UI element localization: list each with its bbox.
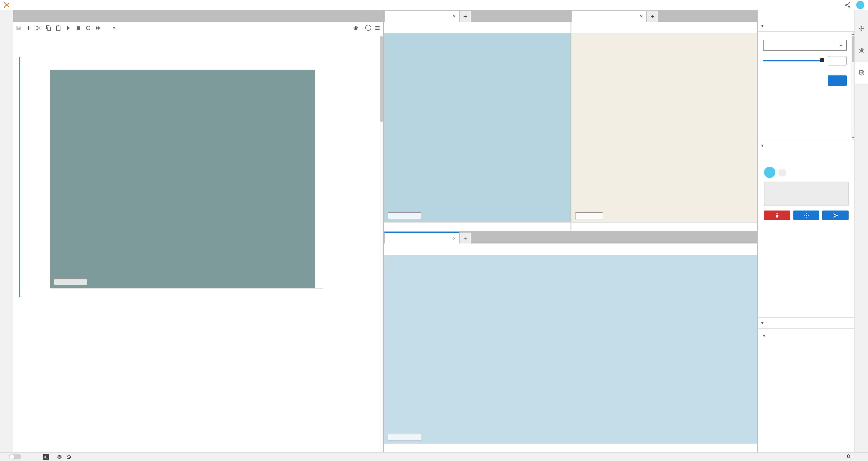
buildings-panel: × + bbox=[571, 10, 757, 231]
opacity-value[interactable] bbox=[828, 56, 847, 66]
run-all-icon[interactable] bbox=[95, 25, 101, 31]
gis-toolbar bbox=[571, 22, 757, 33]
right-sidebar: ▾ ▲ ▼ bbox=[757, 10, 855, 452]
feature-row[interactable]: ▾ bbox=[763, 333, 849, 338]
buildings-map[interactable] bbox=[571, 33, 757, 222]
notebook-scrollbar[interactable] bbox=[380, 34, 383, 452]
new-tab-button[interactable]: + bbox=[459, 10, 471, 22]
caret-down-icon: ▾ bbox=[761, 321, 764, 325]
submit-annotation-button[interactable] bbox=[823, 210, 848, 220]
terminal-icon: $_ bbox=[43, 454, 49, 460]
settings-gear-icon[interactable] bbox=[858, 25, 865, 32]
cell-output-map bbox=[19, 57, 338, 297]
output-prompt bbox=[24, 301, 43, 303]
bell-icon[interactable] bbox=[845, 454, 852, 460]
restart-kernel-icon[interactable] bbox=[85, 25, 91, 31]
gis-toolbar bbox=[384, 243, 757, 255]
user-avatar[interactable] bbox=[856, 1, 864, 9]
france-map-statusbar bbox=[50, 288, 323, 297]
qgis-icon bbox=[575, 13, 581, 20]
tab-geotiff[interactable]: × bbox=[384, 232, 459, 243]
debugger-bug-icon[interactable] bbox=[352, 25, 359, 31]
history-icon[interactable] bbox=[66, 454, 72, 460]
center-target-icon bbox=[804, 212, 809, 218]
send-icon bbox=[833, 212, 838, 218]
gis-toolbar bbox=[384, 22, 570, 33]
caret-down-icon: ▾ bbox=[761, 24, 764, 28]
notebook-panel: ▾ bbox=[13, 10, 383, 452]
notebook-content[interactable] bbox=[13, 34, 383, 452]
right-activity-bar bbox=[855, 10, 868, 452]
jgis-globe-icon bbox=[388, 235, 394, 241]
identify-header[interactable]: ▾ bbox=[758, 318, 855, 329]
objects-properties-header[interactable]: ▾ bbox=[758, 20, 855, 32]
close-tab-icon[interactable]: × bbox=[640, 13, 643, 20]
caret-down-icon: ▾ bbox=[761, 143, 764, 148]
earthquakes-map[interactable] bbox=[384, 33, 570, 222]
geotiff-map[interactable] bbox=[384, 255, 757, 443]
annotation-comment bbox=[764, 167, 848, 178]
share-icon[interactable] bbox=[844, 2, 851, 8]
map-scale-bar bbox=[388, 433, 421, 440]
comment-avatar bbox=[764, 167, 775, 178]
annotations-header[interactable]: ▾ bbox=[758, 140, 855, 151]
copy-icon[interactable] bbox=[45, 25, 52, 31]
cut-icon[interactable] bbox=[35, 25, 41, 31]
notebook-toolbar: ▾ bbox=[13, 22, 383, 34]
simple-mode-toggle[interactable] bbox=[9, 454, 21, 459]
earthquakes-statusbar bbox=[384, 222, 570, 231]
paste-icon[interactable] bbox=[55, 25, 61, 31]
jupyterlab-window: ▾ bbox=[0, 0, 868, 461]
geotiff-panel: × + bbox=[384, 232, 757, 452]
buildings-statusbar bbox=[571, 222, 757, 231]
save-icon[interactable] bbox=[16, 25, 22, 31]
identify-body: ▾ bbox=[758, 329, 855, 452]
france-map[interactable] bbox=[50, 70, 315, 288]
kernel-chip-icon bbox=[57, 454, 62, 460]
comment-text bbox=[778, 169, 786, 175]
map-scale-bar bbox=[54, 278, 87, 285]
map-scale-bar bbox=[388, 212, 421, 219]
chevron-down-icon bbox=[839, 43, 844, 48]
kernel-status-icon[interactable] bbox=[365, 25, 371, 31]
map-scale-bar bbox=[575, 212, 603, 219]
left-activity-bar bbox=[0, 10, 13, 452]
cell-type-dropdown[interactable]: ▾ bbox=[107, 26, 115, 30]
sidebar-title bbox=[758, 10, 855, 20]
jupytergis-logo-icon bbox=[3, 1, 10, 8]
menu-bar bbox=[0, 0, 868, 10]
output-collapser[interactable] bbox=[19, 57, 20, 297]
annotations-body bbox=[758, 151, 855, 318]
slider-thumb[interactable] bbox=[820, 58, 824, 62]
earthquakes-panel: × + bbox=[384, 10, 570, 231]
notebook-tabbar bbox=[13, 10, 383, 22]
jgis-globe-icon bbox=[388, 13, 394, 20]
delete-annotation-button[interactable] bbox=[764, 210, 790, 220]
cell-output-text bbox=[19, 301, 338, 303]
status-bar: $_ bbox=[0, 452, 868, 461]
trash-icon bbox=[774, 212, 780, 218]
center-annotation-button[interactable] bbox=[793, 210, 819, 220]
run-icon[interactable] bbox=[65, 25, 71, 31]
ok-button[interactable] bbox=[828, 75, 847, 86]
gis-map-toolbar bbox=[50, 58, 338, 68]
output-prompt bbox=[24, 57, 43, 297]
add-cell-icon[interactable] bbox=[25, 25, 32, 31]
source-select[interactable] bbox=[763, 40, 847, 51]
output-text bbox=[43, 301, 338, 303]
objects-properties-body: ▲ ▼ bbox=[758, 32, 855, 140]
new-tab-button[interactable]: + bbox=[459, 232, 471, 243]
annotation-input[interactable] bbox=[764, 182, 848, 206]
tab-buildings[interactable]: × bbox=[571, 10, 647, 22]
geotiff-statusbar bbox=[384, 443, 757, 452]
opacity-slider[interactable] bbox=[763, 60, 823, 61]
stop-icon[interactable] bbox=[75, 25, 81, 31]
close-tab-icon[interactable]: × bbox=[453, 235, 456, 241]
debugger-bug-icon[interactable] bbox=[858, 46, 865, 54]
tab-earthquakes[interactable]: × bbox=[384, 10, 459, 22]
jgis-panel-globe-icon[interactable] bbox=[858, 69, 865, 76]
close-tab-icon[interactable]: × bbox=[453, 13, 456, 20]
panel-menu-icon[interactable] bbox=[374, 25, 381, 31]
new-tab-button[interactable]: + bbox=[647, 10, 658, 22]
caret-down-icon: ▾ bbox=[763, 333, 765, 338]
